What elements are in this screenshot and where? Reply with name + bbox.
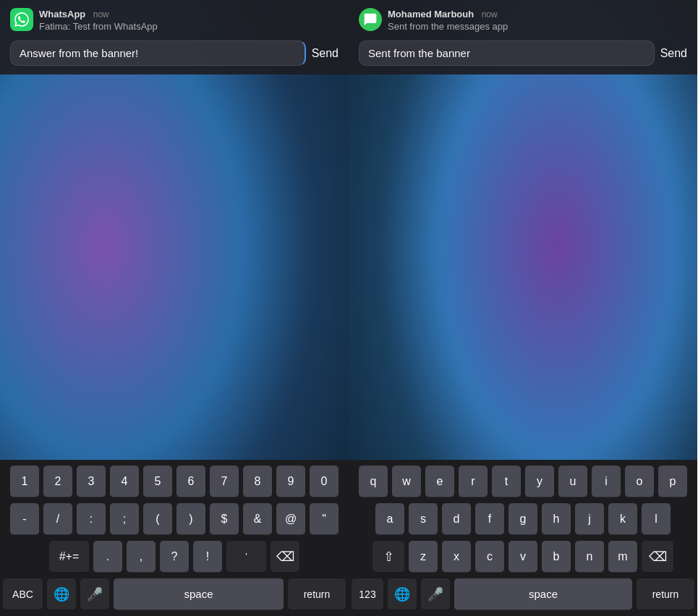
left-special-row: #+= . , ? ! ' ⌫ (3, 541, 346, 573)
left-number-row: 1 2 3 4 5 6 7 8 9 0 (3, 466, 346, 497)
key-8[interactable]: 8 (243, 466, 272, 497)
key-lparen[interactable]: ( (143, 503, 172, 535)
key-semicolon[interactable]: ; (110, 503, 139, 535)
key-q[interactable]: q (359, 466, 388, 497)
key-s[interactable]: s (409, 503, 438, 535)
key-c[interactable]: c (475, 541, 504, 573)
key-hashtag-plus[interactable]: #+= (49, 541, 89, 573)
key-9[interactable]: 9 (276, 466, 305, 497)
key-d[interactable]: d (442, 503, 471, 535)
right-backspace-key[interactable]: ⌫ (642, 541, 673, 573)
key-z[interactable]: z (409, 541, 438, 573)
key-p[interactable]: p (658, 466, 687, 497)
key-ampersand[interactable]: & (243, 503, 272, 535)
key-2[interactable]: 2 (43, 466, 72, 497)
key-b[interactable]: b (542, 541, 571, 573)
key-mic-left[interactable]: 🎤 (80, 578, 109, 610)
right-qwerty-row2: a s d f g h j k l (352, 503, 694, 535)
key-shift[interactable]: ⇧ (373, 541, 404, 573)
key-dollar[interactable]: $ (210, 503, 239, 535)
key-abc[interactable]: ABC (3, 578, 43, 610)
key-quote[interactable]: " (310, 503, 339, 535)
left-send-button[interactable]: Send (312, 44, 339, 63)
key-k[interactable]: k (608, 503, 637, 535)
left-reply-input[interactable] (10, 40, 306, 66)
key-123[interactable]: 123 (352, 578, 383, 610)
left-notification-text: WhatsApp now Fatima: Test from WhatsApp (39, 7, 339, 32)
key-space-right[interactable]: space (454, 578, 632, 610)
left-time: now (93, 9, 109, 20)
key-return-left[interactable]: return (288, 578, 346, 610)
left-notification-banner: WhatsApp now Fatima: Test from WhatsApp … (0, 0, 349, 74)
key-at[interactable]: @ (276, 503, 305, 535)
key-4[interactable]: 4 (110, 466, 139, 497)
key-o[interactable]: o (625, 466, 654, 497)
left-app-name: WhatsApp (39, 9, 85, 20)
right-keyboard: q w e r t y u i o p a s d f g h j k (349, 460, 697, 616)
right-reply-input[interactable] (359, 40, 655, 66)
right-reply-row: Send (359, 40, 687, 66)
left-reply-row: Send (10, 40, 339, 66)
shift-icon: ⇧ (383, 549, 394, 565)
key-h[interactable]: h (542, 503, 571, 535)
key-r[interactable]: r (459, 466, 488, 497)
key-y[interactable]: y (525, 466, 554, 497)
key-globe-left[interactable]: 🌐 (47, 578, 76, 610)
key-w[interactable]: w (392, 466, 421, 497)
key-m[interactable]: m (608, 541, 637, 573)
key-globe-right[interactable]: 🌐 (388, 578, 417, 610)
key-n[interactable]: n (575, 541, 604, 573)
left-backspace-key[interactable]: ⌫ (271, 541, 299, 573)
key-f[interactable]: f (475, 503, 504, 535)
key-e[interactable]: e (425, 466, 454, 497)
left-keyboard: 1 2 3 4 5 6 7 8 9 0 - / : ; ( ) $ & (0, 460, 349, 616)
key-6[interactable]: 6 (176, 466, 205, 497)
key-u[interactable]: u (558, 466, 587, 497)
key-1[interactable]: 1 (10, 466, 39, 497)
messages-app-icon (359, 8, 382, 31)
right-notification-text: Mohamed Marbouh now Sent from the messag… (388, 7, 687, 32)
key-exclaim[interactable]: ! (193, 541, 222, 573)
key-g[interactable]: g (508, 503, 537, 535)
right-qwerty-row3: ⇧ z x c v b n m ⌫ (352, 541, 694, 573)
key-slash[interactable]: / (43, 503, 72, 535)
right-keyboard-rows: q w e r t y u i o p a s d f g h j k (349, 460, 697, 613)
key-colon[interactable]: : (77, 503, 106, 535)
key-space-left[interactable]: space (114, 578, 284, 610)
key-l[interactable]: l (642, 503, 671, 535)
key-a[interactable]: a (375, 503, 404, 535)
whatsapp-app-icon (10, 8, 33, 31)
key-i[interactable]: i (592, 466, 621, 497)
right-qwerty-row1: q w e r t y u i o p (352, 466, 694, 497)
key-j[interactable]: j (575, 503, 604, 535)
right-notification-header: Mohamed Marbouh now Sent from the messag… (359, 7, 687, 32)
key-t[interactable]: t (492, 466, 521, 497)
right-notification-banner: Mohamed Marbouh now Sent from the messag… (349, 0, 697, 74)
key-7[interactable]: 7 (210, 466, 239, 497)
left-blur-area (0, 74, 349, 460)
key-period[interactable]: . (93, 541, 122, 573)
key-v[interactable]: v (508, 541, 537, 573)
right-backspace-icon: ⌫ (649, 549, 667, 565)
key-rparen[interactable]: ) (176, 503, 205, 535)
left-symbol-row: - / : ; ( ) $ & @ " (3, 503, 346, 535)
key-comma[interactable]: , (127, 541, 156, 573)
key-question[interactable]: ? (160, 541, 189, 573)
right-blur-overlay (349, 74, 697, 460)
left-phone-panel: WhatsApp now Fatima: Test from WhatsApp … (0, 0, 349, 616)
right-send-button[interactable]: Send (660, 44, 687, 63)
right-notification-message: Sent from the messages app (388, 21, 687, 32)
key-return-right[interactable]: return (637, 578, 694, 610)
key-0[interactable]: 0 (310, 466, 339, 497)
key-quote2[interactable]: ' (226, 541, 266, 573)
right-app-name: Mohamed Marbouh (388, 9, 474, 20)
left-keyboard-rows: 1 2 3 4 5 6 7 8 9 0 - / : ; ( ) $ & (0, 460, 349, 613)
left-notification-message: Fatima: Test from WhatsApp (39, 21, 339, 32)
key-5[interactable]: 5 (143, 466, 172, 497)
key-minus[interactable]: - (10, 503, 39, 535)
right-time: now (482, 9, 498, 20)
key-x[interactable]: x (442, 541, 471, 573)
key-mic-right[interactable]: 🎤 (421, 578, 450, 610)
right-blur-area (349, 74, 697, 460)
key-3[interactable]: 3 (77, 466, 106, 497)
